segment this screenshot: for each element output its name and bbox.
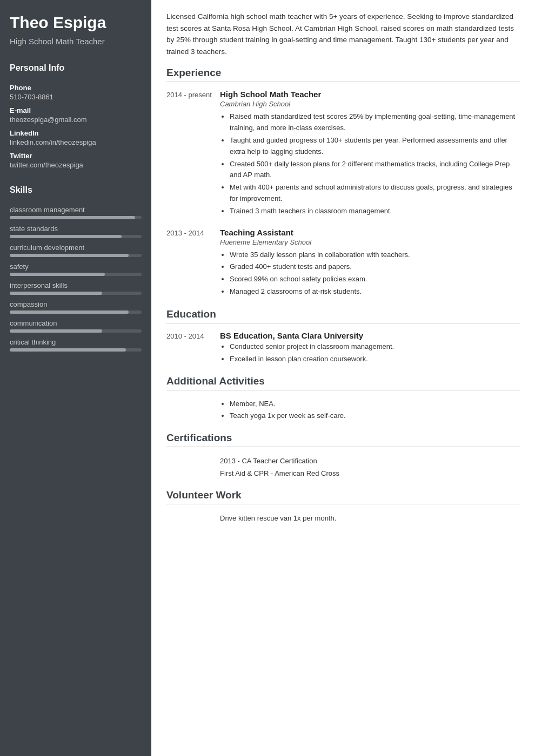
skill-bar-fill bbox=[10, 292, 102, 295]
certification-item: First Aid & CPR - American Red Cross bbox=[166, 467, 520, 480]
bullet-item: Conducted senior project in classroom ma… bbox=[230, 341, 520, 353]
skill-bar-bg bbox=[10, 235, 142, 238]
skills-section: Skills classroom managementstate standar… bbox=[10, 182, 142, 352]
bullet-item: Excelled in lesson plan creation coursew… bbox=[230, 354, 520, 365]
bullet-item: Scored 99% on school safety policies exa… bbox=[230, 274, 520, 285]
skill-item: interpersonal skills bbox=[10, 281, 142, 295]
skill-bar-fill bbox=[10, 216, 135, 219]
skill-bar-bg bbox=[10, 292, 142, 295]
experience-entry: 2013 - 2014Teaching AssistantHueneme Ele… bbox=[166, 228, 520, 299]
education-list: 2010 - 2014BS Education, Santa Clara Uni… bbox=[166, 331, 520, 366]
skill-item: communication bbox=[10, 319, 142, 333]
activity-item: Teach yoga 1x per week as self-care. bbox=[230, 410, 520, 422]
organization: Cambrian High School bbox=[220, 100, 520, 108]
personal-info-section: Personal Info Phone 510-703-8861 E-mail … bbox=[10, 60, 142, 169]
activity-item: Member, NEA. bbox=[230, 398, 520, 410]
email-label: E-mail bbox=[10, 106, 142, 114]
education-bullets: Conducted senior project in classroom ma… bbox=[220, 341, 520, 365]
experience-bullets: Raised math standardized test scores 25%… bbox=[220, 111, 520, 217]
education-section: Education 2010 - 2014BS Education, Santa… bbox=[166, 308, 520, 366]
skill-item: critical thinking bbox=[10, 338, 142, 352]
activities-entry: Member, NEA.Teach yoga 1x per week as se… bbox=[166, 398, 520, 422]
twitter-value: twitter.com/theozespiga bbox=[10, 161, 142, 169]
bullet-item: Managed 2 classrooms of at-risk students… bbox=[230, 286, 520, 298]
skill-name: state standards bbox=[10, 225, 142, 233]
volunteer-section: Volunteer Work Drive kitten rescue van 1… bbox=[166, 489, 520, 524]
skill-bar-bg bbox=[10, 329, 142, 333]
skill-bar-bg bbox=[10, 310, 142, 314]
summary-text: Licensed California high school math tea… bbox=[166, 11, 520, 57]
job-title: High School Math Teacher bbox=[220, 90, 520, 99]
bullet-item: Raised math standardized test scores 25%… bbox=[230, 111, 520, 134]
skill-item: compassion bbox=[10, 300, 142, 314]
skill-bar-fill bbox=[10, 310, 129, 314]
skill-item: safety bbox=[10, 262, 142, 276]
skill-bar-bg bbox=[10, 273, 142, 276]
skill-bar-fill bbox=[10, 273, 105, 276]
phone-label: Phone bbox=[10, 84, 142, 92]
skill-bar-bg bbox=[10, 216, 142, 219]
skill-name: curriculum development bbox=[10, 244, 142, 252]
skill-item: state standards bbox=[10, 225, 142, 238]
skills-list: classroom managementstate standardscurri… bbox=[10, 206, 142, 352]
skill-item: classroom management bbox=[10, 206, 142, 219]
skills-heading: Skills bbox=[10, 182, 142, 198]
skill-name: communication bbox=[10, 319, 142, 327]
linkedin-value: linkedin.com/in/theozespiga bbox=[10, 138, 142, 146]
main-content: Licensed California high school math tea… bbox=[151, 0, 535, 756]
activities-date bbox=[166, 398, 212, 422]
education-date: 2010 - 2014 bbox=[166, 331, 212, 366]
volunteer-list: Drive kitten rescue van 1x per month. bbox=[166, 512, 520, 524]
certifications-section: Certifications 2013 - CA Teacher Certifi… bbox=[166, 432, 520, 480]
experience-date: 2013 - 2014 bbox=[166, 228, 212, 299]
education-content: BS Education, Santa Clara UniversityCond… bbox=[220, 331, 520, 366]
skill-bar-fill bbox=[10, 348, 126, 352]
email-value: theozespiga@gmail.com bbox=[10, 116, 142, 124]
linkedin-label: LinkedIn bbox=[10, 129, 142, 137]
degree-title: BS Education, Santa Clara University bbox=[220, 331, 520, 340]
experience-content: Teaching AssistantHueneme Elementary Sch… bbox=[220, 228, 520, 299]
twitter-label: Twitter bbox=[10, 152, 142, 160]
experience-content: High School Math TeacherCambrian High Sc… bbox=[220, 90, 520, 218]
activities-list: Member, NEA.Teach yoga 1x per week as se… bbox=[220, 398, 520, 422]
certifications-heading: Certifications bbox=[166, 432, 520, 447]
organization: Hueneme Elementary School bbox=[220, 238, 520, 246]
experience-list: 2014 - presentHigh School Math TeacherCa… bbox=[166, 90, 520, 298]
skill-bar-bg bbox=[10, 348, 142, 352]
skill-bar-fill bbox=[10, 329, 102, 333]
bullet-item: Trained 3 math teachers in classroom man… bbox=[230, 206, 520, 217]
education-entry: 2010 - 2014BS Education, Santa Clara Uni… bbox=[166, 331, 520, 366]
bullet-item: Wrote 35 daily lesson plans in collabora… bbox=[230, 249, 520, 261]
skill-bar-bg bbox=[10, 254, 142, 257]
activities-heading: Additional Activities bbox=[166, 375, 520, 390]
candidate-name: Theo Espiga bbox=[10, 13, 142, 32]
skill-bar-fill bbox=[10, 235, 122, 238]
candidate-title: High School Math Teacher bbox=[10, 36, 142, 47]
volunteer-item: Drive kitten rescue van 1x per month. bbox=[166, 512, 520, 524]
skill-name: classroom management bbox=[10, 206, 142, 214]
skill-name: interpersonal skills bbox=[10, 281, 142, 289]
activities-section: Additional Activities Member, NEA.Teach … bbox=[166, 375, 520, 422]
skill-item: curriculum development bbox=[10, 244, 142, 257]
bullet-item: Graded 400+ student tests and papers. bbox=[230, 261, 520, 273]
experience-bullets: Wrote 35 daily lesson plans in collabora… bbox=[220, 249, 520, 298]
phone-value: 510-703-8861 bbox=[10, 93, 142, 101]
job-title: Teaching Assistant bbox=[220, 228, 520, 237]
sidebar: Theo Espiga High School Math Teacher Per… bbox=[0, 0, 151, 756]
volunteer-heading: Volunteer Work bbox=[166, 489, 520, 504]
certifications-list: 2013 - CA Teacher CertificationFirst Aid… bbox=[166, 455, 520, 480]
activities-content: Member, NEA.Teach yoga 1x per week as se… bbox=[220, 398, 520, 422]
certification-item: 2013 - CA Teacher Certification bbox=[166, 455, 520, 467]
skill-name: safety bbox=[10, 262, 142, 271]
skill-name: compassion bbox=[10, 300, 142, 308]
bullet-item: Created 500+ daily lesson plans for 2 di… bbox=[230, 159, 520, 181]
skill-name: critical thinking bbox=[10, 338, 142, 346]
skill-bar-fill bbox=[10, 254, 129, 257]
experience-section: Experience 2014 - presentHigh School Mat… bbox=[166, 67, 520, 298]
personal-info-heading: Personal Info bbox=[10, 60, 142, 76]
experience-heading: Experience bbox=[166, 67, 520, 82]
experience-entry: 2014 - presentHigh School Math TeacherCa… bbox=[166, 90, 520, 218]
education-heading: Education bbox=[166, 308, 520, 323]
bullet-item: Taught and guided progress of 130+ stude… bbox=[230, 135, 520, 158]
bullet-item: Met with 400+ parents and school adminis… bbox=[230, 182, 520, 205]
